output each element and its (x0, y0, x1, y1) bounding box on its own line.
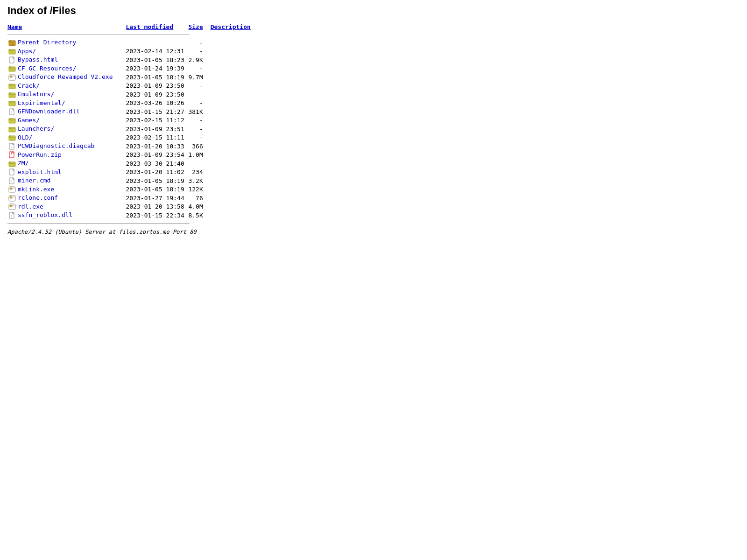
file-name-cell: Launchers/ (7, 125, 117, 133)
file-link[interactable]: Games/ (18, 117, 40, 124)
svg-text:?: ? (11, 180, 12, 183)
folder-icon (8, 160, 16, 168)
file-link[interactable]: Bypass.html (18, 56, 58, 63)
file-link[interactable]: CF GC Resources/ (18, 65, 76, 72)
table-row: Expirimental/2023-03-26 10:26- (7, 99, 254, 108)
table-row: ?miner.cmd2023-01-05 18:193.2K (7, 176, 254, 185)
file-name-cell: rdl.exe (7, 203, 117, 211)
file-link[interactable]: Apps/ (18, 48, 36, 55)
file-size: - (188, 133, 207, 142)
file-size: 2.9K (188, 56, 207, 64)
file-description (207, 38, 254, 47)
svg-text:?: ? (11, 215, 12, 217)
file-size: 381K (188, 107, 207, 116)
svg-rect-28 (13, 188, 14, 189)
file-description (207, 99, 254, 108)
file-link[interactable]: OLD/ (18, 134, 32, 141)
folder-icon (8, 91, 16, 98)
file-link[interactable]: ZM/ (18, 160, 28, 167)
file-link[interactable]: rclone.conf (18, 194, 58, 201)
sort-by-name[interactable]: Name (7, 23, 22, 30)
file-link[interactable]: PCWDiagnostic.diagcab (18, 142, 94, 149)
file-link[interactable]: mkLink.exe (18, 186, 54, 193)
page-title: Index of /Files (7, 5, 740, 17)
file-link[interactable]: GFNDownloader.dll (18, 108, 80, 115)
file-name-cell: ?ssfn_roblox.dll (7, 211, 117, 220)
file-size: 122K (188, 185, 207, 194)
file-description (207, 125, 254, 133)
zip-icon (8, 151, 16, 159)
file-modified: 2023-03-30 21:40 (117, 159, 188, 168)
file-modified: 2023-01-27 19:44 (117, 194, 188, 203)
file-name-cell: OLD/ (7, 133, 117, 142)
file-size: 3.2K (188, 176, 207, 185)
file-description (207, 47, 254, 56)
table-row: ?PCWDiagnostic.diagcab2023-01-20 10:3336… (7, 142, 254, 151)
table-row: ↑Parent Directory- (7, 38, 254, 47)
table-row: CF GC Resources/2023-01-24 19:39- (7, 64, 254, 73)
file-name-cell: ?PCWDiagnostic.diagcab (7, 142, 117, 151)
file-modified: 2023-01-05 18:19 (117, 176, 188, 185)
file-description (207, 142, 254, 151)
file-modified: 2023-01-20 13:58 (117, 203, 188, 211)
file-description (207, 116, 254, 125)
svg-rect-34 (13, 205, 14, 206)
file-name-cell: Emulators/ (7, 90, 117, 99)
file-modified: 2023-01-09 23:50 (117, 90, 188, 99)
table-row: ?ssfn_roblox.dll2023-01-15 22:348.5K (7, 211, 254, 220)
table-row: Games/2023-02-15 11:12- (7, 116, 254, 125)
file-modified: 2023-01-20 11:02 (117, 168, 188, 177)
sort-by-size[interactable]: Size (188, 23, 203, 30)
file-description (207, 176, 254, 185)
file-size: - (188, 116, 207, 125)
file-size: 8.5K (188, 211, 207, 220)
svg-rect-31 (13, 196, 14, 197)
footer-divider (7, 223, 190, 224)
table-row: Cloudforce_Revamped_V2.exe2023-01-05 18:… (7, 73, 254, 82)
svg-rect-27 (10, 188, 12, 189)
file-modified: 2023-01-20 10:33 (117, 142, 188, 151)
app-icon (8, 186, 16, 193)
file-modified: 2023-01-09 23:51 (117, 125, 188, 133)
file-description (207, 194, 254, 203)
sort-by-modified[interactable]: Last modified (126, 23, 174, 30)
file-link[interactable]: rdl.exe (18, 203, 43, 210)
file-description (207, 133, 254, 142)
file-size: - (188, 99, 207, 108)
svg-rect-33 (10, 205, 12, 207)
file-description (207, 159, 254, 168)
file-link[interactable]: ssfn_roblox.dll (18, 211, 72, 218)
file-size: - (188, 64, 207, 73)
file-name-cell: mkLink.exe (7, 185, 117, 194)
file-link[interactable]: Crack/ (18, 82, 40, 89)
table-row: mkLink.exe2023-01-05 18:19122K (7, 185, 254, 194)
file-modified: 2023-01-09 23:54 (117, 151, 188, 160)
file-name-cell: Crack/ (7, 82, 117, 91)
file-modified: 2023-03-26 10:26 (117, 99, 188, 108)
file-link[interactable]: Cloudforce_Revamped_V2.exe (18, 73, 113, 80)
table-row: OLD/2023-02-15 11:11- (7, 133, 254, 142)
header-divider (7, 35, 190, 35)
file-link[interactable]: exploit.html (18, 168, 62, 175)
file-description (207, 151, 254, 160)
table-row: ?GFNDownloader.dll2023-01-15 21:27381K (7, 107, 254, 116)
svg-text:↑: ↑ (11, 42, 13, 46)
file-link[interactable]: miner.cmd (18, 177, 50, 184)
svg-text:?: ? (11, 146, 12, 148)
table-row: rdl.exe2023-01-20 13:584.0M (7, 203, 254, 211)
table-row: PowerRun.zip2023-01-09 23:541.0M (7, 151, 254, 160)
file-description (207, 64, 254, 73)
file-description (207, 90, 254, 99)
file-link[interactable]: Expirimental/ (18, 99, 65, 106)
file-link[interactable]: Parent Directory (18, 39, 76, 46)
file-modified: 2023-02-15 11:11 (117, 133, 188, 142)
table-row: exploit.html2023-01-20 11:02234 (7, 168, 254, 177)
file-link[interactable]: Launchers/ (18, 125, 54, 132)
file-description (207, 168, 254, 177)
file-link[interactable]: Emulators/ (18, 91, 54, 98)
file-modified: 2023-02-14 12:31 (117, 47, 188, 56)
svg-rect-30 (10, 196, 12, 198)
file-size: - (188, 38, 207, 47)
sort-by-description[interactable]: Description (211, 23, 251, 30)
file-link[interactable]: PowerRun.zip (18, 151, 62, 158)
